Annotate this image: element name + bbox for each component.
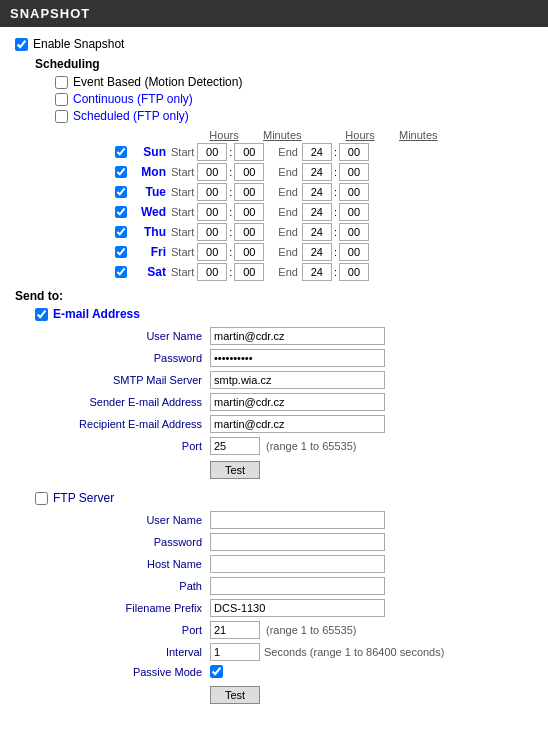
day-row-sun: Sun Start : End : xyxy=(115,143,533,161)
thu-start-label: Start xyxy=(171,226,194,238)
sat-label: Sat xyxy=(130,265,166,279)
enable-snapshot-checkbox[interactable] xyxy=(15,38,28,51)
thu-end-minutes[interactable] xyxy=(339,223,369,241)
ftp-passive-checkbox[interactable] xyxy=(210,665,223,678)
email-password-row: Password xyxy=(35,349,533,367)
start-hours-header: Hours xyxy=(209,129,239,141)
day-row-sat: Sat Start : End : xyxy=(115,263,533,281)
email-username-row: User Name xyxy=(35,327,533,345)
sat-start-minutes[interactable] xyxy=(234,263,264,281)
thu-checkbox[interactable] xyxy=(115,226,127,238)
wed-checkbox[interactable] xyxy=(115,206,127,218)
smtp-input[interactable] xyxy=(210,371,385,389)
thu-end-hours[interactable] xyxy=(302,223,332,241)
email-port-input[interactable] xyxy=(210,437,260,455)
thu-start-hours[interactable] xyxy=(197,223,227,241)
email-username-input[interactable] xyxy=(210,327,385,345)
send-to-section: Send to: E-mail Address User Name Passwo… xyxy=(15,289,533,710)
event-based-checkbox[interactable] xyxy=(55,76,68,89)
sat-checkbox[interactable] xyxy=(115,266,127,278)
fri-end-minutes[interactable] xyxy=(339,243,369,261)
email-password-input[interactable] xyxy=(210,349,385,367)
event-based-option: Event Based (Motion Detection) xyxy=(55,75,533,89)
mon-checkbox[interactable] xyxy=(115,166,127,178)
sat-start-label: Start xyxy=(171,266,194,278)
email-port-label: Port xyxy=(35,440,210,452)
sender-row: Sender E-mail Address xyxy=(35,393,533,411)
email-test-btn-row: Test xyxy=(210,459,533,485)
tue-start-hours[interactable] xyxy=(197,183,227,201)
tue-start-minutes[interactable] xyxy=(234,183,264,201)
ftp-hostname-input[interactable] xyxy=(210,555,385,573)
wed-end-hours[interactable] xyxy=(302,203,332,221)
fri-label: Fri xyxy=(130,245,166,259)
mon-end-hours[interactable] xyxy=(302,163,332,181)
scheduled-checkbox[interactable] xyxy=(55,110,68,123)
ftp-interval-row: Interval Seconds (range 1 to 86400 secon… xyxy=(35,643,533,661)
continuous-checkbox[interactable] xyxy=(55,93,68,106)
sun-checkbox[interactable] xyxy=(115,146,127,158)
ftp-filename-row: Filename Prefix xyxy=(35,599,533,617)
page-header: SNAPSHOT xyxy=(0,0,548,27)
ftp-section: FTP Server User Name Password Host Name … xyxy=(35,491,533,710)
ftp-path-input[interactable] xyxy=(210,577,385,595)
wed-start-hours[interactable] xyxy=(197,203,227,221)
thu-start-minutes[interactable] xyxy=(234,223,264,241)
mon-start-minutes[interactable] xyxy=(234,163,264,181)
ftp-test-button[interactable]: Test xyxy=(210,686,260,704)
tue-label: Tue xyxy=(130,185,166,199)
sender-label: Sender E-mail Address xyxy=(35,396,210,408)
recipient-label: Recipient E-mail Address xyxy=(35,418,210,430)
fri-checkbox[interactable] xyxy=(115,246,127,258)
day-row-mon: Mon Start : End : xyxy=(115,163,533,181)
sun-end-hours[interactable] xyxy=(302,143,332,161)
mon-label: Mon xyxy=(130,165,166,179)
sun-end-minutes[interactable] xyxy=(339,143,369,161)
email-title: E-mail Address xyxy=(53,307,140,321)
sat-end-hours[interactable] xyxy=(302,263,332,281)
recipient-input[interactable] xyxy=(210,415,385,433)
start-minutes-header: Minutes xyxy=(263,129,293,141)
email-title-row: E-mail Address xyxy=(35,307,533,321)
fri-start-minutes[interactable] xyxy=(234,243,264,261)
tue-end-minutes[interactable] xyxy=(339,183,369,201)
fri-start-hours[interactable] xyxy=(197,243,227,261)
ftp-checkbox[interactable] xyxy=(35,492,48,505)
fri-start-label: Start xyxy=(171,246,194,258)
email-username-label: User Name xyxy=(35,330,210,342)
email-checkbox[interactable] xyxy=(35,308,48,321)
sun-label: Sun xyxy=(130,145,166,159)
tue-end-hours[interactable] xyxy=(302,183,332,201)
sun-start-hours[interactable] xyxy=(197,143,227,161)
sat-start-hours[interactable] xyxy=(197,263,227,281)
ftp-username-input[interactable] xyxy=(210,511,385,529)
mon-end-minutes[interactable] xyxy=(339,163,369,181)
scheduled-option: Scheduled (FTP only) xyxy=(55,109,533,123)
end-hours-header: Hours xyxy=(345,129,375,141)
sender-input[interactable] xyxy=(210,393,385,411)
day-row-thu: Thu Start : End : xyxy=(115,223,533,241)
sun-start-minutes[interactable] xyxy=(234,143,264,161)
wed-start-minutes[interactable] xyxy=(234,203,264,221)
wed-end-minutes[interactable] xyxy=(339,203,369,221)
ftp-password-input[interactable] xyxy=(210,533,385,551)
ftp-password-label: Password xyxy=(35,536,210,548)
tue-checkbox[interactable] xyxy=(115,186,127,198)
enable-snapshot-label: Enable Snapshot xyxy=(33,37,124,51)
email-test-button[interactable]: Test xyxy=(210,461,260,479)
mon-start-hours[interactable] xyxy=(197,163,227,181)
ftp-passive-label: Passive Mode xyxy=(35,666,210,678)
wed-label: Wed xyxy=(130,205,166,219)
ftp-path-row: Path xyxy=(35,577,533,595)
day-row-wed: Wed Start : End : xyxy=(115,203,533,221)
ftp-interval-input[interactable] xyxy=(210,643,260,661)
ftp-filename-input[interactable] xyxy=(210,599,385,617)
sat-end-minutes[interactable] xyxy=(339,263,369,281)
mon-start-label: Start xyxy=(171,166,194,178)
ftp-port-hint: (range 1 to 65535) xyxy=(266,624,357,636)
ftp-hostname-row: Host Name xyxy=(35,555,533,573)
fri-end-hours[interactable] xyxy=(302,243,332,261)
email-port-hint: (range 1 to 65535) xyxy=(266,440,357,452)
continuous-label: Continuous (FTP only) xyxy=(73,92,193,106)
ftp-port-input[interactable] xyxy=(210,621,260,639)
